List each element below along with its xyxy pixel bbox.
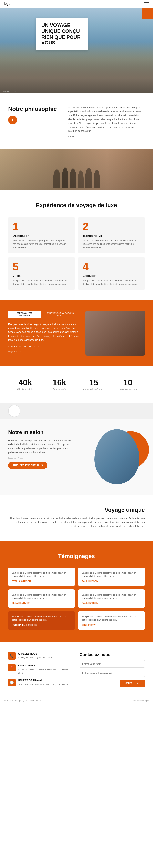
testimonial-1-author: STELLA CARSON [12,580,71,583]
personalized-left: PERSONALIZED VACATIONS WHAT IS YOUR VACA… [8,311,79,353]
testimonial-5-text: Sample text. Click to select the text bo… [12,615,71,622]
stat-4-label: Nos récompenses [111,388,145,391]
contact-hours-item: 🕐 HEURES DE TRAVAIL Lun — Ven: 9h - 20h,… [8,679,73,686]
philosophy-body: We are a team of tourist specialists pas… [68,106,145,133]
hamburger-button[interactable] [145,2,149,5]
testimonials-heading: Témoignages [8,553,145,559]
location-icon: 📍 [8,664,16,672]
stats-section: 40k Clients satisfaits 16k Cas terminés … [0,366,153,403]
footer-copyright: © 2024 Travel Agency. All rights reserve… [4,700,42,702]
mission-button[interactable]: PRENDRE ENCORE PLUS [8,462,47,469]
philosophy-section: Notre philosophie > We are a team of tou… [0,93,153,149]
contact-form-block: Contactez-nous SOUMETTRE [80,652,145,687]
testimonial-3-text: Sample text. Click to select the text bo… [12,593,71,600]
contact-submit-button[interactable]: SOUMETTRE [120,680,145,687]
luxury-card-2-title: Transferts VIP [83,234,140,237]
mission-left: Notre mission Habitant morbi tristique s… [8,429,81,469]
footer-credit[interactable]: Created by Freepik [131,700,149,702]
testimonial-card-4[interactable]: Sample text. Click to select the text bo… [78,589,145,608]
mission-right [89,429,145,484]
contact-info-block: 📞 APPELEZ-NOUS 1 (234) 567-891, 1 (234) … [8,652,73,687]
call-content: APPELEZ-NOUS 1 (234) 567-891, 1 (234) 56… [18,652,53,659]
mission-section: Notre mission Habitant morbi tristique s… [0,419,153,495]
hours-icon: 🕐 [8,679,16,686]
contact-form: SOUMETTRE [80,660,145,687]
call-value: 1 (234) 567-891, 1 (234) 567-8104 [18,656,53,659]
personalized-photo [86,311,145,355]
hero-section: UN VOYAGE UNIQUE CONÇU RIEN QUE POUR VOU… [0,8,153,93]
luxury-card-2[interactable]: 2 Transferts VIP Profitez du confort de … [78,217,145,254]
testimonial-5-author: HUDSON EN ESPÈCES [12,624,71,626]
stat-3: 15 Années d'expérience [76,378,111,391]
location-label: EMPLACEMENT [18,664,73,667]
mission-heading: Notre mission [8,429,81,436]
stat-3-value: 15 [76,378,111,387]
stat-1: 40k Clients satisfaits [8,378,42,391]
stat-3-label: Années d'expérience [76,388,111,391]
navbar: logo [0,0,153,8]
stat-1-label: Clients satisfaits [8,388,42,391]
luxury-card-1-title: Destination [13,234,70,237]
luxury-card-4-text: Sample text. Click to select the text bo… [83,279,140,286]
location-value: 121 Rock Street, 21 Avenue, New York, NY… [18,668,73,675]
personalized-tab-1[interactable]: PERSONALIZED VACATIONS [8,311,41,318]
mission-credit: Image from Freepik [8,457,81,459]
luxury-card-3[interactable]: 5 Villes Sample text. Click to select th… [8,257,75,290]
philosophy-heading: Notre philosophie [8,106,60,112]
contact-email-input[interactable] [80,670,145,677]
luxury-section: Expérience de voyage de luxe 1 Destinati… [0,190,153,301]
hamburger-line-2 [145,4,149,4]
personalized-tab-2[interactable]: WHAT IS YOUR VACATIONS TYPE? [41,311,79,318]
hero-image-credit: Image de Freepik [2,90,16,92]
testimonial-card-1[interactable]: Sample text. Click to select the text bo… [8,567,75,586]
mission-body: Habitant morbi tristique senectus et. Ne… [8,439,81,455]
testimonial-card-3[interactable]: Sample text. Click to select the text bo… [8,589,75,608]
testimonial-6-author: MIKE PERRY [82,624,141,626]
testimonial-6-text: Sample text. Click to select the text bo… [82,615,141,622]
testimonial-2-text: Sample text. Click to select the text bo… [82,571,141,578]
hamburger-line-1 [145,2,149,3]
luxury-grid: 1 Destination Nous voulons savoir où et … [8,217,145,290]
mission-inner: Notre mission Habitant morbi tristique s… [8,429,145,484]
philosophy-btn-circle[interactable]: > [8,116,17,124]
hours-value: Lun — Ven: 9h - 20h, Sam: 11h - 16h, Dim… [18,683,68,686]
contact-section: 📞 APPELEZ-NOUS 1 (234) 567-891, 1 (234) … [0,642,153,697]
contact-location-item: 📍 EMPLACEMENT 121 Rock Street, 21 Avenue… [8,664,73,675]
philosophy-left: Notre philosophie > [8,106,60,124]
contact-name-input[interactable] [80,660,145,668]
luxury-card-1-number: 1 [13,221,70,232]
unique-voyage-body: Ut enim ad minim veniam, quis nostrud ex… [8,517,145,528]
luxury-heading: Expérience de voyage de luxe [8,202,145,209]
luxury-card-1-text: Nous voulons savoir où et pourquoi — car… [13,239,70,249]
stat-4-value: 10 [111,378,145,387]
call-label: APPELEZ-NOUS [18,652,53,655]
luxury-card-4[interactable]: 4 Exécuter Sample text. Click to select … [78,257,145,290]
testimonial-card-5[interactable]: Sample text. Click to select the text bo… [8,611,75,630]
luxury-card-4-number: 4 [83,261,140,272]
luxury-card-3-title: Villes [13,274,70,277]
hero-orange-accent [142,8,153,19]
people-silhouettes [53,167,100,188]
testimonial-2-author: PAUL HUDSON [82,580,141,583]
philosophy-body2: libero. [68,135,145,138]
call-icon: 📞 [8,652,16,660]
personalized-right [86,311,145,355]
philosophy-right: We are a team of tourist specialists pas… [68,106,145,139]
hero-title: UN VOYAGE UNIQUE CONÇU RIEN QUE POUR VOU… [41,23,82,46]
personalized-link[interactable]: APPRENDRE ENCORE PLUS [8,345,79,348]
stat-2-label: Cas terminés [42,388,77,391]
testimonials-section: Témoignages Sample text. Click to select… [0,540,153,642]
unique-voyage-section: Voyage unique Ut enim ad minim veniam, q… [0,495,153,540]
luxury-card-4-title: Exécuter [83,274,140,277]
luxury-card-1[interactable]: 1 Destination Nous voulons savoir où et … [8,217,75,254]
white-circle-decoration [0,403,153,419]
personalized-section: PERSONALIZED VACATIONS WHAT IS YOUR VACA… [0,301,153,366]
location-content: EMPLACEMENT 121 Rock Street, 21 Avenue, … [18,664,73,675]
personalized-tabs: PERSONALIZED VACATIONS WHAT IS YOUR VACA… [8,311,79,318]
hours-label: HEURES DE TRAVAIL [18,679,68,682]
testimonial-card-2[interactable]: Sample text. Click to select the text bo… [78,567,145,586]
contact-form-heading: Contactez-nous [80,652,145,657]
testimonial-card-6[interactable]: Sample text. Click to select the text bo… [78,611,145,630]
hamburger-line-3 [145,5,149,5]
testimonial-1-text: Sample text. Click to select the text bo… [12,571,71,578]
